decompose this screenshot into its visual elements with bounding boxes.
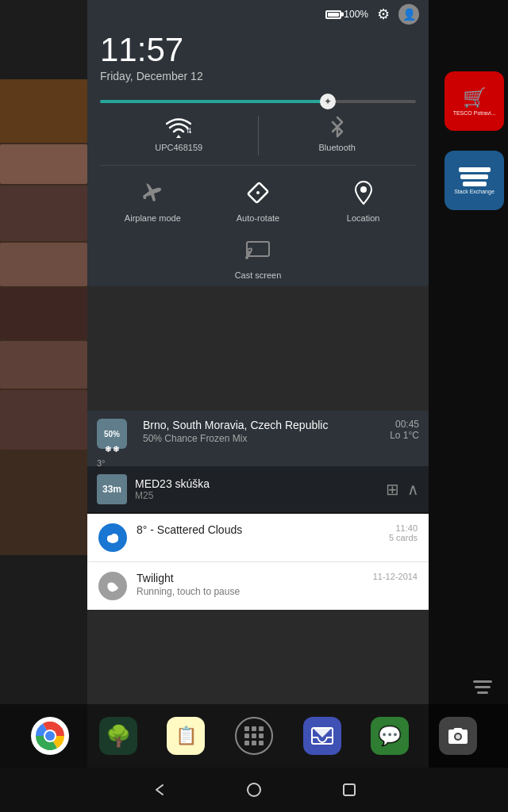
svg-rect-19 xyxy=(344,784,355,795)
weather-description: 50% Chance Frozen Mix xyxy=(143,433,382,444)
location-icon xyxy=(352,180,375,205)
weather-lo: Lo 1°C xyxy=(390,430,419,441)
auto-rotate-icon-wrap xyxy=(241,175,275,210)
stackexchange-label: Stack Exchange xyxy=(454,189,495,194)
svg-point-8 xyxy=(110,534,118,542)
back-button[interactable] xyxy=(143,774,175,806)
bg-left xyxy=(0,0,87,812)
quick-settings-row-1: ⇅ UPC468159 Bluetooth xyxy=(87,111,429,162)
weather-content: Brno, South Moravia, Czech Republic 50% … xyxy=(143,419,382,444)
profile-avatar[interactable]: 👤 xyxy=(398,4,419,25)
tesco-app-icon[interactable]: 🛒 TESCO Potravi... xyxy=(444,71,504,131)
back-icon xyxy=(151,782,167,798)
twilight-avatar xyxy=(98,572,127,600)
add-to-calendar-icon[interactable]: ⊞ xyxy=(386,480,399,499)
tree-app-icon[interactable]: 🌳 xyxy=(99,717,137,755)
auto-rotate-icon xyxy=(245,180,271,205)
brightness-slider-section[interactable]: ✦ xyxy=(87,92,429,111)
time-section: 11:57 Friday, December 12 xyxy=(87,29,429,92)
app-drawer-button[interactable] xyxy=(235,717,273,755)
brightness-fill xyxy=(100,100,328,103)
bluetooth-toggle[interactable]: Bluetooth xyxy=(259,114,417,155)
weather-percent: 50% xyxy=(104,430,120,439)
twilight-body: Twilight Running, touch to pause xyxy=(137,572,364,597)
location-label: Location xyxy=(347,213,380,223)
svg-point-17 xyxy=(456,734,460,739)
scattered-clouds-time: 11:40 xyxy=(389,523,418,533)
weather-icon-area: 50% ❄❄ 3° xyxy=(97,419,135,468)
scattered-clouds-title: 8° - Scattered Clouds xyxy=(137,523,379,536)
settings-icon[interactable]: ⚙ xyxy=(375,6,392,23)
svg-point-14 xyxy=(45,731,55,741)
scattered-clouds-meta: 11:40 5 cards xyxy=(389,523,418,542)
apps-grid-icon xyxy=(241,722,267,749)
expand-icon[interactable]: ∧ xyxy=(407,480,419,499)
home-button[interactable] xyxy=(238,774,270,806)
brightness-slider[interactable]: ✦ xyxy=(100,100,416,103)
scattered-clouds-notification[interactable]: 8° - Scattered Clouds 11:40 5 cards xyxy=(87,514,429,562)
cast-screen-row: Cast screen xyxy=(87,229,429,286)
svg-rect-10 xyxy=(475,686,491,688)
reminder-actions: ⊞ ∧ xyxy=(386,480,419,499)
chat-app-icon[interactable]: 💬 xyxy=(371,717,409,755)
qs-row-divider xyxy=(100,165,416,166)
inbox-app-icon[interactable] xyxy=(303,717,341,755)
date-display: Friday, December 12 xyxy=(100,70,416,82)
airplane-mode-toggle[interactable]: Airplane mode xyxy=(121,175,184,223)
cast-screen-toggle[interactable]: Cast screen xyxy=(226,232,290,280)
svg-text:⇅: ⇅ xyxy=(186,126,191,135)
scattered-clouds-avatar xyxy=(98,523,127,552)
scattered-clouds-body: 8° - Scattered Clouds xyxy=(137,523,379,536)
reminder-time-left: 33m xyxy=(102,484,121,495)
auto-rotate-label: Auto-rotate xyxy=(237,213,279,223)
status-bar: 100% ⚙ 👤 xyxy=(87,0,429,29)
weather-time-area: 00:45 Lo 1°C xyxy=(390,419,419,441)
bluetooth-label: Bluetooth xyxy=(319,143,356,152)
clear-icon xyxy=(473,680,492,695)
bookshelf xyxy=(0,79,87,555)
reminder-title: MED23 skúška xyxy=(135,477,378,490)
clear-notifications-button[interactable] xyxy=(473,680,492,698)
camera-app-icon[interactable] xyxy=(439,717,477,755)
cast-icon xyxy=(245,239,271,261)
battery-fill xyxy=(328,13,339,17)
navigation-bar xyxy=(0,768,508,812)
twilight-date: 11-12-2014 xyxy=(373,572,418,581)
time-display: 11:57 xyxy=(100,32,416,68)
recents-button[interactable] xyxy=(333,774,365,806)
svg-rect-11 xyxy=(477,691,488,694)
reminder-notification[interactable]: 33m MED23 skúška M25 ⊞ ∧ xyxy=(87,466,429,513)
battery-percent: 100% xyxy=(344,9,368,20)
weather-badge: 50% ❄❄ xyxy=(97,419,127,449)
cast-screen-label: Cast screen xyxy=(235,270,282,280)
auto-rotate-toggle[interactable]: Auto-rotate xyxy=(226,175,290,223)
svg-rect-9 xyxy=(473,680,492,683)
reminder-subtitle: M25 xyxy=(135,490,378,501)
chrome-app-icon[interactable] xyxy=(31,717,69,755)
airplane-icon xyxy=(140,180,165,205)
moon-icon xyxy=(105,578,121,594)
twilight-meta: 11-12-2014 xyxy=(373,572,418,581)
camera-icon xyxy=(447,726,469,745)
snow-icons: ❄❄ xyxy=(105,445,119,454)
twilight-notification[interactable]: Twilight Running, touch to pause 11-12-2… xyxy=(87,562,429,610)
tesco-label: TESCO Potravi... xyxy=(453,110,496,116)
chat-icon: 💬 xyxy=(378,725,402,747)
battery-indicator: 100% xyxy=(325,9,368,20)
wifi-icon: ⇅ xyxy=(166,117,191,140)
right-bg: 🛒 TESCO Potravi... Stack Exchange xyxy=(429,0,508,812)
cloud-icon xyxy=(104,529,121,546)
location-toggle[interactable]: Location xyxy=(332,175,395,223)
bluetooth-icon xyxy=(326,114,348,140)
svg-point-18 xyxy=(248,783,260,796)
wifi-toggle[interactable]: ⇅ UPC468159 xyxy=(100,117,258,155)
airplane-label: Airplane mode xyxy=(125,213,181,223)
svg-point-3 xyxy=(360,186,367,193)
svg-point-2 xyxy=(256,191,260,194)
airplane-icon-wrap xyxy=(135,175,170,210)
stackexchange-app-icon[interactable]: Stack Exchange xyxy=(444,151,504,210)
wifi-label: UPC468159 xyxy=(155,143,202,152)
expanded-notifications: 8° - Scattered Clouds 11:40 5 cards Twil… xyxy=(87,514,429,610)
notification-shade: 100% ⚙ 👤 11:57 Friday, December 12 ✦ xyxy=(87,0,429,286)
keep-app-icon[interactable]: 📋 xyxy=(167,717,205,755)
